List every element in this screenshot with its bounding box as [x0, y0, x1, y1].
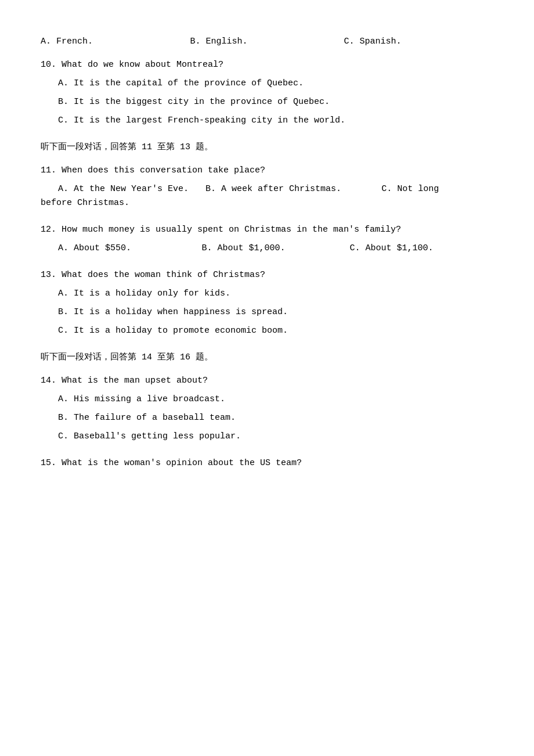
- option-c-spanish: C. Spanish.: [344, 35, 493, 49]
- option-a-q13: A. It is a holiday only for kids.: [41, 287, 493, 301]
- option-c-q11: C. Not long: [381, 184, 439, 194]
- option-b-english: B. English.: [190, 35, 344, 49]
- option-a-french: A. French.: [41, 35, 190, 49]
- option-c-q13: C. It is a holiday to promote economic b…: [41, 324, 493, 338]
- option-c-q14: C. Baseball's getting less popular.: [41, 430, 493, 444]
- option-b-q13: B. It is a holiday when happiness is spr…: [41, 305, 493, 319]
- option-a-q11: A. At the New Year's Eve.: [41, 184, 189, 194]
- option-c-q10: C. It is the largest French-speaking cit…: [41, 114, 493, 128]
- options-row-q12: A. About $550. B. About $1,000. C. About…: [41, 242, 493, 255]
- option-a-q12: A. About $550.: [58, 242, 202, 255]
- option-a-q10: A. It is the capital of the province of …: [41, 77, 493, 91]
- option-b-q14: B. The failure of a baseball team.: [41, 411, 493, 425]
- options-row-q11: A. At the New Year's Eve. B. A week afte…: [41, 182, 493, 196]
- question-14: 14. What is the man upset about?: [41, 374, 493, 388]
- continuation-q11: before Christmas.: [41, 196, 493, 210]
- option-b-q11: B. A week after Christmas.: [205, 184, 341, 194]
- option-b-q12: B. About $1,000.: [202, 242, 350, 255]
- section-label-11-13: 听下面一段对话，回答第 11 至第 13 题。: [41, 141, 493, 154]
- options-row-french: A. French. B. English. C. Spanish.: [41, 35, 493, 49]
- section-label-14-16: 听下面一段对话，回答第 14 至第 16 题。: [41, 351, 493, 365]
- option-c-q12: C. About $1,100.: [350, 242, 494, 255]
- question-10: 10. What do we know about Montreal?: [41, 58, 493, 72]
- question-15: 15. What is the woman's opinion about th…: [41, 456, 493, 470]
- option-a-q14: A. His missing a live broadcast.: [41, 393, 493, 406]
- question-11: 11. When does this conversation take pla…: [41, 164, 493, 178]
- option-b-q10: B. It is the biggest city in the provinc…: [41, 95, 493, 109]
- question-12: 12. How much money is usually spent on C…: [41, 223, 493, 237]
- question-13: 13. What does the woman think of Christm…: [41, 268, 493, 282]
